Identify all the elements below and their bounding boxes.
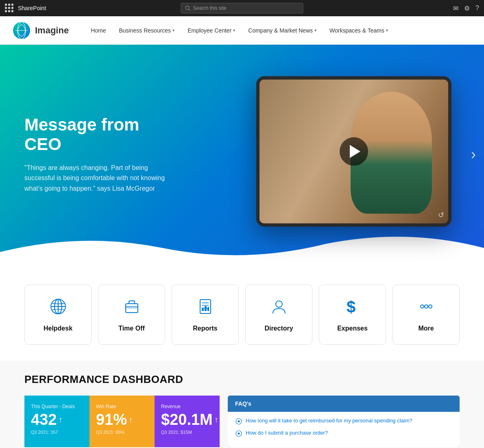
- nav-workspaces[interactable]: Workspaces & Teams ▾: [324, 24, 394, 37]
- svg-text:$: $: [347, 298, 355, 316]
- faq-item-0[interactable]: ⦿ How long will it take to get reimburse…: [235, 418, 452, 426]
- svg-line-1: [189, 9, 190, 10]
- hero-quote: "Things are always changing. Part of bei…: [24, 163, 179, 194]
- logo[interactable]: Imagine: [12, 21, 69, 40]
- helpdesk-label: Helpdesk: [44, 325, 72, 332]
- svg-point-18: [276, 301, 282, 307]
- nav-business-resources[interactable]: Business Resources ▾: [113, 24, 181, 37]
- help-icon[interactable]: ?: [475, 4, 479, 12]
- app-launcher-icon[interactable]: [5, 4, 14, 13]
- metric-winrate: Win Rate 91% ↑ Q3 2021: 65%: [89, 396, 155, 447]
- more-dots-icon: [417, 297, 436, 318]
- metric-deals: This Quarter - Deals 432 ↑ Q3 2021: 357: [24, 396, 89, 447]
- time-off-label: Time Off: [118, 325, 145, 332]
- metric-winrate-prev: Q3 2021: 65%: [96, 430, 148, 435]
- person-icon: [270, 297, 288, 318]
- quick-card-helpdesk[interactable]: Helpdesk: [24, 285, 92, 345]
- dollar-icon: $: [343, 297, 362, 318]
- faq-body: ⦿ How long will it take to get reimburse…: [228, 412, 460, 447]
- tablet-frame: ↺: [256, 76, 451, 227]
- logo-text: Imagine: [35, 25, 69, 36]
- search-icon: [185, 6, 191, 11]
- more-label: More: [418, 325, 434, 332]
- nav-links: Home Business Resources ▾ Employee Cente…: [85, 24, 394, 37]
- sharepoint-brand: SharePoint: [18, 5, 46, 11]
- metric-revenue-arrow: ↑: [214, 415, 218, 424]
- quick-card-more[interactable]: More: [392, 285, 460, 345]
- nav-employee-center[interactable]: Employee Center ▾: [182, 24, 241, 37]
- chat-icon[interactable]: ✉: [453, 4, 458, 12]
- dashboard-section: PERFORMANCE DASHBOARD This Quarter - Dea…: [0, 361, 484, 448]
- dashboard-row: This Quarter - Deals 432 ↑ Q3 2021: 357 …: [24, 396, 460, 447]
- wave-decoration: [0, 228, 484, 264]
- svg-rect-9: [126, 304, 138, 313]
- briefcase-icon: [122, 297, 141, 318]
- metric-revenue-label: Revenue: [161, 404, 213, 409]
- metric-winrate-label: Win Rate: [96, 404, 148, 409]
- metric-revenue-prev: Q3 2021: $15M: [161, 430, 213, 435]
- topbar-actions: ✉ ⚙ ?: [453, 4, 479, 12]
- metric-winrate-value: 91% ↑: [96, 412, 148, 427]
- tablet-screen: ↺: [259, 80, 448, 224]
- faq-card: FAQ's ⦿ How long will it take to get rei…: [228, 396, 460, 447]
- metric-deals-arrow: ↑: [58, 415, 62, 424]
- svg-point-0: [185, 6, 189, 9]
- quick-card-directory[interactable]: Directory: [245, 285, 312, 345]
- hero-title: Message from CEO: [24, 115, 179, 154]
- metric-winrate-arrow: ↑: [129, 415, 133, 424]
- topbar: SharePoint ✉ ⚙ ?: [0, 0, 484, 16]
- nav-home[interactable]: Home: [85, 24, 111, 37]
- chevron-down-icon: ▾: [172, 28, 174, 33]
- metric-revenue-value: $20.1M ↑: [161, 412, 213, 427]
- hero-section: Message from CEO "Things are always chan…: [0, 45, 484, 264]
- quick-card-expenses[interactable]: $ Expenses: [319, 285, 386, 345]
- chevron-down-icon: ▾: [233, 28, 235, 33]
- search-input[interactable]: [193, 5, 299, 11]
- quick-card-reports[interactable]: Reports: [172, 285, 239, 345]
- search-bar[interactable]: [181, 3, 303, 13]
- quick-links-section: Helpdesk Time Off: [0, 264, 484, 361]
- hero-next-arrow[interactable]: ›: [471, 146, 476, 163]
- hero-content: Message from CEO "Things are always chan…: [24, 115, 179, 194]
- globe-icon: [49, 297, 68, 318]
- metric-revenue: Revenue $20.1M ↑ Q3 2021: $15M: [155, 396, 220, 447]
- settings-icon[interactable]: ⚙: [464, 4, 470, 12]
- faq-item-1[interactable]: ⦿ How do I submit a purchase order?: [235, 430, 452, 439]
- directory-label: Directory: [264, 325, 293, 332]
- metric-deals-label: This Quarter - Deals: [31, 404, 83, 409]
- logo-icon: [12, 21, 31, 40]
- svg-point-20: [421, 305, 424, 308]
- replay-icon[interactable]: ↺: [438, 211, 444, 220]
- hero-video-wrapper: ↺: [256, 76, 451, 227]
- faq-bullet-icon: ⦿: [235, 418, 242, 426]
- nav-company-news[interactable]: Company & Market News ▾: [242, 24, 322, 37]
- faq-header: FAQ's: [228, 396, 460, 412]
- faq-bullet-icon: ⦿: [235, 430, 242, 439]
- metric-deals-prev: Q3 2021: 357: [31, 430, 83, 435]
- quick-links-grid: Helpdesk Time Off: [24, 285, 460, 345]
- chevron-down-icon: ▾: [386, 28, 388, 33]
- svg-point-21: [425, 305, 428, 308]
- svg-point-22: [429, 305, 432, 308]
- expenses-label: Expenses: [337, 325, 368, 332]
- reports-label: Reports: [193, 325, 217, 332]
- quick-card-time-off[interactable]: Time Off: [98, 285, 165, 345]
- play-button[interactable]: [340, 137, 368, 166]
- report-icon: [196, 297, 215, 318]
- metrics-group: This Quarter - Deals 432 ↑ Q3 2021: 357 …: [24, 396, 220, 447]
- navbar: Imagine Home Business Resources ▾ Employ…: [0, 16, 484, 45]
- metric-deals-value: 432 ↑: [31, 412, 83, 427]
- chevron-down-icon: ▾: [314, 28, 316, 33]
- dashboard-title: PERFORMANCE DASHBOARD: [24, 373, 460, 386]
